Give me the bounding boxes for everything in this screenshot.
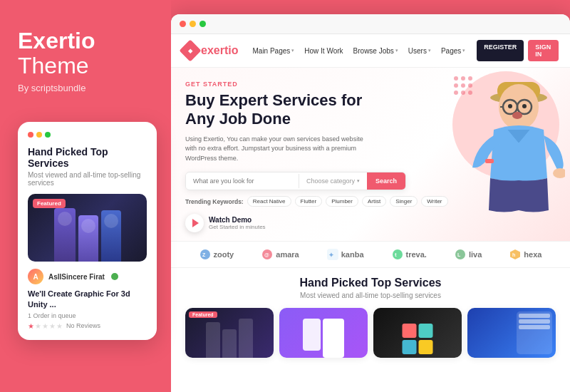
hero-search-bar: Choose category ▾ Search <box>185 172 406 190</box>
svg-point-16 <box>461 83 465 88</box>
browser-mockup: ◆ exertio Main Pages ▾ How It Work Brows… <box>171 14 570 392</box>
svg-rect-11 <box>485 159 494 163</box>
site-navbar: ◆ exertio Main Pages ▾ How It Work Brows… <box>171 34 570 68</box>
star-empty-icon: ★ <box>42 322 48 330</box>
svg-point-10 <box>553 168 565 178</box>
card-figures <box>28 197 147 262</box>
card-stars: ★ ★ ★ ★ ★ No Reviews <box>28 322 147 330</box>
svg-text:t: t <box>395 252 397 258</box>
nav-pages[interactable]: Pages ▾ <box>437 45 470 57</box>
nav-main-pages[interactable]: Main Pages ▾ <box>248 45 299 57</box>
svg-point-13 <box>461 76 465 81</box>
trending-tag-writer[interactable]: Writer <box>421 196 447 207</box>
trending-tag-singer[interactable]: Singer <box>390 196 418 207</box>
services-subtitle: Most viewed and all-time top-selling ser… <box>185 292 556 299</box>
sc-app-bar-1 <box>519 314 550 318</box>
sc-app <box>517 311 552 354</box>
category-dropdown[interactable]: Choose category ▾ <box>299 173 367 189</box>
browser-dot-green <box>200 21 206 27</box>
svg-text:L: L <box>457 252 461 257</box>
brand-hexa: h hexa <box>509 249 542 260</box>
browser-toolbar <box>171 14 570 34</box>
svg-point-8 <box>522 104 527 108</box>
svg-text:✦: ✦ <box>328 252 334 259</box>
play-button[interactable] <box>185 214 204 232</box>
trending-tag-plumber[interactable]: Plumber <box>326 196 358 207</box>
service-card-img-4 <box>467 308 556 358</box>
hero-section: GET STARTED Buy Expert Services for Any … <box>171 68 570 241</box>
svg-text:@: @ <box>264 252 269 257</box>
dot-red <box>28 132 33 138</box>
svg-point-2 <box>499 84 539 130</box>
sc-app-bar-3 <box>519 325 550 329</box>
trending-tag-artist[interactable]: Artist <box>362 196 386 207</box>
star-icon: ★ <box>28 322 34 330</box>
search-button[interactable]: Search <box>367 172 405 190</box>
sc-cubes <box>403 324 433 354</box>
demo-title: Watch Demo <box>209 216 266 224</box>
brand-zooty: Z zooty <box>200 249 234 260</box>
cube-red <box>403 324 417 338</box>
demo-text: Watch Demo Get Started in minutes <box>209 216 266 230</box>
service-card-img-1: Featured <box>185 308 274 358</box>
cube-green <box>419 324 433 338</box>
sc-fig-3 <box>239 319 253 358</box>
brand-kanba: ✦ kanba <box>327 249 364 260</box>
service-card-1: Featured <box>185 308 274 358</box>
figure-1 <box>54 208 76 262</box>
card-subtitle: Most viewed and all-time top-selling ser… <box>28 171 147 187</box>
logo-icon: ◆ <box>188 48 192 54</box>
sc-phone-1 <box>303 319 321 351</box>
svg-point-15 <box>454 83 458 88</box>
hero-person <box>445 68 570 214</box>
signin-button[interactable]: SIGN IN <box>528 40 559 61</box>
browser-dot-red <box>180 21 186 27</box>
trending-tag-react[interactable]: React Native <box>247 196 291 207</box>
sc-app-bar-2 <box>519 319 550 324</box>
sc-fig-1 <box>206 322 220 358</box>
services-title: Hand Picked Top Services <box>185 277 556 289</box>
card-description: We'll Create Graphic For 3d Unity ... <box>28 289 147 309</box>
service-card-4 <box>467 308 556 358</box>
reviews-text: No Reviews <box>66 322 100 329</box>
nav-browse-jobs[interactable]: Browse Jobs ▾ <box>349 45 403 57</box>
svg-point-14 <box>468 76 472 81</box>
svg-point-9 <box>512 112 522 119</box>
play-icon <box>192 219 199 227</box>
sc-phones <box>303 319 344 358</box>
svg-point-18 <box>454 91 458 95</box>
sc-phone-2 <box>323 319 344 358</box>
trending-label: Trending Keywords: <box>185 198 244 205</box>
window-dots <box>28 132 147 138</box>
search-input[interactable] <box>186 173 299 189</box>
dot-green <box>45 132 51 138</box>
brand-treva: t treva. <box>392 249 427 260</box>
service-card-2 <box>279 308 368 358</box>
services-section: Hand Picked Top Services Most viewed and… <box>171 268 570 392</box>
brand-by: By scriptsbundle <box>18 83 86 93</box>
register-button[interactable]: REGISTER <box>477 40 524 61</box>
figure-3 <box>101 210 121 262</box>
svg-point-7 <box>508 104 512 108</box>
nav-links: Main Pages ▾ How It Work Browse Jobs ▾ U… <box>248 45 470 57</box>
nav-how-it-work[interactable]: How It Work <box>300 45 347 57</box>
nav-buttons: REGISTER SIGN IN <box>477 40 559 61</box>
logo-diamond: ◆ <box>179 39 201 61</box>
brands-bar: Z zooty @ amara ✦ kanba t treva. L liva … <box>171 241 570 268</box>
star-empty-icon: ★ <box>56 322 63 330</box>
hero-description: Using Exertio, You can make your own ser… <box>185 135 370 164</box>
cube-yellow <box>419 340 433 354</box>
cube-blue <box>403 340 417 354</box>
browser-content: ◆ exertio Main Pages ▾ How It Work Brows… <box>171 34 570 392</box>
trending-tag-flutter[interactable]: Flutter <box>295 196 323 207</box>
demo-subtitle: Get Started in minutes <box>209 224 266 230</box>
hero-title: Buy Expert Services for Any Job Done <box>185 91 385 129</box>
service-card-3 <box>373 308 462 358</box>
nav-users[interactable]: Users ▾ <box>404 45 435 57</box>
nav-logo: ◆ exertio <box>182 43 238 58</box>
svg-point-20 <box>468 91 472 95</box>
svg-point-19 <box>461 91 465 95</box>
sc-fig-2 <box>222 329 237 358</box>
svg-point-17 <box>468 83 472 88</box>
service-card-img-2 <box>279 308 368 358</box>
